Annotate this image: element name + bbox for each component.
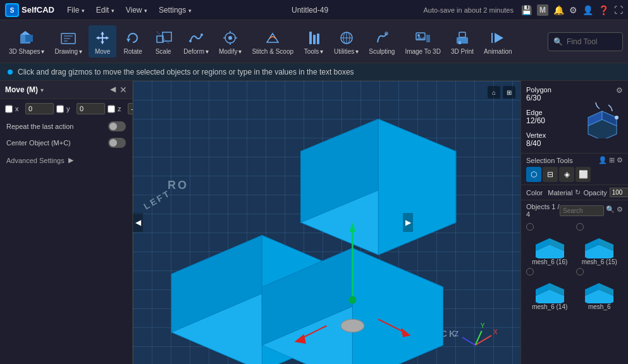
advanced-settings[interactable]: Advanced Settings ▶: [0, 151, 132, 169]
panel-close-icon[interactable]: ✕: [120, 85, 127, 95]
obj-checkbox-0[interactable]: [526, 223, 534, 231]
toolbar: 3D Shapes▾ Drawing▾ Move: [0, 20, 628, 63]
obj-checkbox-3[interactable]: [576, 268, 584, 276]
repeat-action-toggle[interactable]: [108, 121, 126, 131]
m-icon[interactable]: M: [537, 4, 548, 16]
y-checkbox[interactable]: [56, 105, 64, 113]
find-tool-search[interactable]: 🔍: [548, 32, 623, 51]
object-item-3[interactable]: mesh_6: [576, 268, 624, 310]
scale-icon: [153, 28, 173, 48]
sel-face-icon[interactable]: ⬡: [526, 167, 541, 182]
tool-3d-print[interactable]: 3D Print: [447, 25, 477, 58]
file-menu[interactable]: File ▾: [62, 4, 90, 16]
tool-deform[interactable]: Deform▾: [180, 25, 212, 58]
y-input[interactable]: [77, 103, 105, 114]
help-icon[interactable]: ❓: [598, 5, 609, 15]
app-name: SelfCAD: [22, 5, 54, 15]
tool-modify[interactable]: Modify▾: [215, 25, 245, 58]
user-icon[interactable]: 👤: [582, 5, 593, 15]
obj-checkbox-2[interactable]: [526, 268, 534, 276]
drawing-icon: [58, 28, 78, 48]
panel-collapse-icon[interactable]: ◀: [110, 85, 116, 95]
svg-marker-10: [126, 39, 130, 42]
sel-vertex-icon[interactable]: ◈: [559, 167, 574, 182]
main-area: Move (M) ▾ ◀ ✕ x y z Repeat the last act…: [0, 81, 628, 364]
right-panel: Polygon 6/30 Edge 12/60 Vertex 8/40 ⚙: [520, 81, 628, 364]
x-input[interactable]: [25, 103, 54, 114]
viewport-left-arrow[interactable]: ◀: [133, 213, 143, 232]
objects-header: Objects 1 / 4 🔍 ⚙: [521, 200, 628, 221]
z-checkbox[interactable]: [108, 105, 115, 113]
obj-cube-1: [582, 232, 617, 258]
sel-tools-icon1[interactable]: 👤: [598, 156, 607, 164]
notification-icon[interactable]: 🔔: [553, 5, 564, 15]
svg-point-31: [417, 34, 420, 37]
obj-label-3: mesh_6: [588, 303, 611, 310]
sel-object-icon[interactable]: ⬜: [576, 167, 591, 182]
viewport-home-icon[interactable]: ⌂: [488, 86, 500, 99]
view-menu[interactable]: View ▾: [121, 4, 152, 16]
polygon-gear-icon[interactable]: ⚙: [616, 86, 623, 95]
svg-marker-47: [352, 248, 443, 364]
settings-menu[interactable]: Settings ▾: [154, 4, 197, 16]
material-refresh-icon[interactable]: ↻: [575, 188, 581, 197]
tool-scale[interactable]: Scale: [149, 25, 177, 58]
tool-animation[interactable]: Animation: [480, 25, 515, 58]
topbar-actions: 💾 M 🔔 ⚙ 👤 ❓ ⛶: [521, 4, 623, 16]
objects-gear-icon[interactable]: ⚙: [617, 205, 623, 216]
save-icon[interactable]: 💾: [521, 5, 532, 15]
obj-cube-3: [582, 277, 617, 303]
viewport[interactable]: LEFT BACK RO: [133, 81, 520, 364]
utilities-icon: [336, 28, 357, 48]
object-item-0[interactable]: mesh_6 (16): [526, 223, 574, 265]
object-item-1[interactable]: mesh_6 (15): [576, 223, 624, 265]
y-label: y: [66, 105, 74, 112]
viewport-grid-icon[interactable]: ⊞: [503, 86, 515, 99]
sel-tools-icon3[interactable]: ⚙: [617, 156, 623, 164]
tool-drawing[interactable]: Drawing▾: [51, 25, 86, 58]
tool-rotate[interactable]: Rotate: [119, 25, 147, 58]
x-checkbox[interactable]: [5, 105, 13, 113]
center-object-toggle[interactable]: [108, 138, 126, 148]
toggle-knob: [109, 123, 117, 130]
stitch-scoop-icon: [262, 28, 283, 48]
sel-edge-icon[interactable]: ⊟: [543, 167, 558, 182]
tool-3d-shapes[interactable]: 3D Shapes▾: [5, 25, 48, 58]
obj-cube-2: [533, 277, 567, 303]
obj-checkbox-1[interactable]: [576, 223, 584, 231]
opacity-input[interactable]: [610, 188, 628, 197]
tool-utilities[interactable]: Utilities▾: [330, 25, 362, 58]
svg-text:Z: Z: [455, 331, 459, 337]
panel-dropdown-icon[interactable]: ▾: [40, 87, 44, 94]
scale-label: Scale: [156, 48, 171, 55]
svg-rect-22: [309, 32, 312, 44]
stitch-scoop-label: Stitch & Scoop: [252, 48, 293, 55]
edit-menu[interactable]: Edit ▾: [91, 4, 120, 16]
polygon-info: Polygon 6/30 Edge 12/60 Vertex 8/40 ⚙: [521, 81, 628, 154]
color-material-row: Color Material ↻ Opacity: [521, 185, 628, 200]
svg-text:Y: Y: [481, 322, 485, 329]
obj-label-2: mesh_6 (14): [532, 303, 567, 310]
fullscreen-icon[interactable]: ⛶: [614, 5, 623, 15]
polygon-stat: Polygon 6/30: [526, 86, 551, 102]
viewport-right-arrow[interactable]: ▶: [403, 213, 413, 232]
tool-stitch-scoop[interactable]: Stitch & Scoop: [248, 25, 297, 58]
tool-tools[interactable]: Tools▾: [300, 25, 328, 58]
deform-label: Deform▾: [183, 48, 209, 55]
tool-sculpting[interactable]: Sculpting: [365, 25, 398, 58]
tool-move[interactable]: Move: [89, 25, 116, 58]
panel-header: Move (M) ▾ ◀ ✕: [0, 81, 132, 99]
sel-tools-icon2[interactable]: ⊞: [609, 156, 615, 164]
animation-label: Animation: [484, 48, 512, 55]
find-tool-input[interactable]: [567, 37, 617, 46]
image-to-3d-label: Image To 3D: [405, 48, 441, 55]
tool-image-to-3d[interactable]: Image To 3D: [401, 25, 445, 58]
3d-shapes-label: 3D Shapes▾: [9, 48, 44, 55]
polygon-value: 6/30: [526, 94, 541, 102]
settings-icon[interactable]: ⚙: [569, 5, 577, 15]
object-item-2[interactable]: mesh_6 (14): [526, 268, 574, 310]
objects-search-input[interactable]: [560, 205, 604, 216]
notification-dot: [8, 70, 13, 75]
left-panel: Move (M) ▾ ◀ ✕ x y z Repeat the last act…: [0, 81, 133, 364]
objects-search-icon[interactable]: 🔍: [606, 205, 615, 216]
